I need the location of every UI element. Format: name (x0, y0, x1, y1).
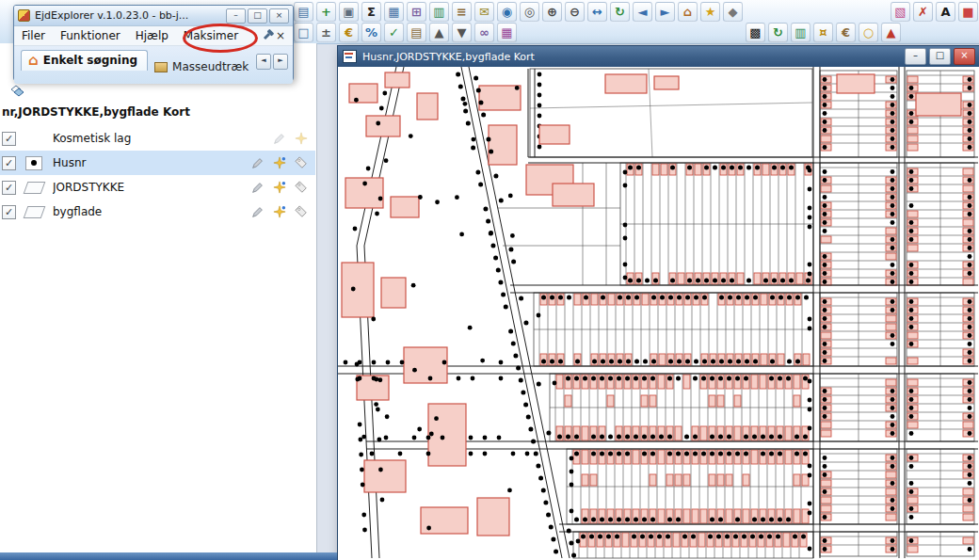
menu-maksimer[interactable]: Maksimer (184, 29, 238, 42)
layer-label: bygflade (53, 205, 250, 218)
layer-row-husnr[interactable]: ✓ Husnr (0, 151, 315, 175)
table-icon[interactable]: ▦ (384, 2, 404, 22)
select-icon[interactable]: □ (294, 23, 313, 42)
panel-close-icon[interactable]: × (276, 30, 285, 41)
layer-panel: nr,JORDSTYKKE,bygflade Kort ✓ Kosmetisk … (0, 43, 317, 560)
map-canvas[interactable] (338, 67, 978, 559)
app-tabstrip: ⌂ Enkelt søgning Masseudtræk ◄ ► (14, 46, 293, 84)
back-icon[interactable]: ◄ (633, 2, 652, 22)
text-icon[interactable]: A (936, 2, 955, 22)
grid-icon[interactable]: ⊞ (407, 2, 426, 22)
layer-geometry-icon (23, 131, 45, 146)
refresh-icon[interactable]: ↻ (610, 2, 630, 22)
tab-scroll-right-button[interactable]: ► (273, 54, 288, 70)
layer-label: JORDSTYKKE (53, 181, 250, 194)
map-minimize-button[interactable]: – (905, 48, 926, 65)
layer-row-jordstykke[interactable]: ✓ JORDSTYKKE (0, 175, 315, 200)
save-icon[interactable]: ▣ (339, 2, 359, 22)
edit-layer-icon[interactable] (250, 205, 265, 219)
map-content[interactable] (338, 67, 979, 560)
alert-icon[interactable]: ▲ (881, 23, 901, 42)
toolbar-group: ▩↻▥¤€○▲ (746, 23, 901, 42)
star-icon[interactable]: ★ (700, 2, 720, 22)
link-icon[interactable]: ∞ (474, 23, 494, 42)
add-icon[interactable]: + (316, 2, 336, 22)
tab-label: Enkelt søgning (43, 54, 137, 67)
maximize-button[interactable]: □ (248, 8, 267, 24)
edit-layer-icon[interactable] (250, 181, 265, 195)
report-icon[interactable]: ≡ (452, 2, 472, 22)
style-wand-icon[interactable] (272, 181, 286, 195)
bank-icon[interactable]: € (836, 23, 856, 42)
tab-enkelt-soegning[interactable]: ⌂ Enkelt søgning (21, 50, 148, 71)
label-tag-icon[interactable] (294, 205, 308, 219)
edit-layer-icon[interactable] (272, 132, 286, 146)
layer-row-kosmetisk-lag[interactable]: ✓ Kosmetisk lag (0, 126, 315, 151)
app-menubar: Filer Funktioner Hjælp Maksimer × (14, 26, 293, 46)
style-wand-icon[interactable] (294, 132, 308, 146)
settings-icon[interactable]: ◆ (723, 2, 743, 22)
layer-checkbox[interactable]: ✓ (2, 156, 16, 170)
search-icon[interactable]: ◎ (520, 2, 539, 22)
map-maximize-button[interactable]: □ (929, 48, 951, 65)
zoom-in-icon[interactable]: ⊕ (542, 2, 562, 22)
forward-icon[interactable]: ► (655, 2, 675, 22)
chart-icon[interactable]: ▥ (429, 2, 449, 22)
fill-color-icon[interactable]: ■ (958, 2, 978, 22)
package-icon (154, 62, 168, 72)
ejdexplorer-window: EjdExplorer v.1.0.23.0 - bb-j... – □ × F… (13, 5, 294, 81)
label-tag-icon[interactable] (294, 156, 308, 170)
layer-panel-title: nr,JORDSTYKKE,bygflade Kort (2, 105, 190, 119)
money-icon[interactable]: € (339, 23, 359, 42)
measure-icon[interactable]: ± (316, 23, 336, 42)
toolbar-group: ▤+▣Σ▦⊞▥≡✉◉◎⊕⊖↔↻◄►⌂★◆ (294, 2, 743, 22)
house-icon: ⌂ (28, 55, 39, 66)
doc-icon[interactable]: ▤ (407, 23, 426, 42)
mail-icon[interactable]: ✉ (474, 2, 494, 22)
app-title: EjdExplorer v.1.0.23.0 - bb-j... (35, 9, 224, 22)
menu-filer[interactable]: Filer (22, 29, 45, 42)
menu-funktioner[interactable]: Funktioner (60, 29, 120, 42)
edit-layer-icon[interactable] (250, 156, 265, 170)
globe-icon[interactable]: ◉ (497, 2, 517, 22)
layer-checkbox[interactable]: ✓ (2, 132, 16, 146)
sum-icon[interactable]: Σ (361, 2, 381, 22)
zoom-out-icon[interactable]: ⊖ (565, 2, 585, 22)
label-tag-icon[interactable] (294, 181, 308, 195)
coins-icon[interactable]: ¤ (813, 23, 833, 42)
down-icon[interactable]: ▼ (452, 23, 472, 42)
layers-icon[interactable]: ▤ (294, 2, 313, 22)
home-icon[interactable]: ⌂ (678, 2, 698, 22)
map-title: Husnr,JORDSTYKKE,bygflade Kort (362, 51, 902, 63)
highlight-icon[interactable]: ▧ (891, 2, 910, 22)
bulb-icon[interactable]: ○ (859, 23, 878, 42)
recycle-icon[interactable]: ↻ (768, 23, 788, 42)
erase-icon[interactable]: ✗ (913, 2, 933, 22)
chart2-icon[interactable]: ▥ (791, 23, 810, 42)
check-icon[interactable]: ✓ (384, 23, 404, 42)
close-button[interactable]: × (269, 8, 289, 24)
menu-hjaelp[interactable]: Hjælp (136, 29, 169, 42)
tab-scroll-left-button[interactable]: ◄ (256, 54, 271, 70)
pin-icon[interactable] (264, 32, 270, 39)
layer-list: ✓ Kosmetisk lag ✓ Husnr (0, 126, 315, 224)
layer-label: Husnr (53, 156, 250, 169)
app-titlebar[interactable]: EjdExplorer v.1.0.23.0 - bb-j... – □ × (14, 6, 293, 26)
qr-icon[interactable]: ▩ (746, 23, 765, 42)
style-wand-icon[interactable] (272, 156, 286, 170)
minimize-button[interactable]: – (226, 8, 246, 24)
map-titlebar[interactable]: Husnr,JORDSTYKKE,bygflade Kort – □ × (338, 46, 979, 67)
layer-row-bygflade[interactable]: ✓ bygflade (0, 200, 315, 224)
db-icon[interactable]: ▦ (497, 23, 517, 42)
polygon-symbol-icon (23, 180, 45, 195)
map-close-button[interactable]: × (954, 48, 975, 65)
layer-checkbox[interactable]: ✓ (2, 205, 16, 219)
up-icon[interactable]: ▲ (429, 23, 449, 42)
layer-checkbox[interactable]: ✓ (2, 181, 16, 195)
point-symbol-icon (23, 155, 45, 170)
style-wand-icon[interactable] (272, 205, 286, 219)
pan-icon[interactable]: ↔ (587, 2, 607, 22)
percent-icon[interactable]: % (361, 23, 381, 42)
tab-masseudtraek[interactable]: Masseudtræk (148, 57, 258, 77)
tab-label: Masseudtræk (172, 60, 249, 73)
